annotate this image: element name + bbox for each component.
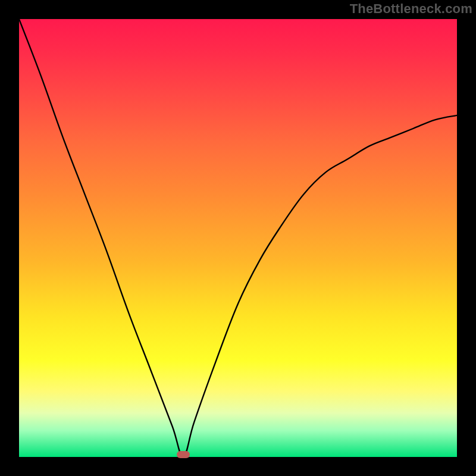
minimum-marker <box>177 451 190 458</box>
attribution-label: TheBottleneck.com <box>350 1 472 17</box>
plot-area <box>19 19 457 457</box>
bottleneck-curve-path <box>19 19 457 457</box>
chart-frame: TheBottleneck.com <box>0 0 476 476</box>
chart-svg <box>19 19 457 457</box>
